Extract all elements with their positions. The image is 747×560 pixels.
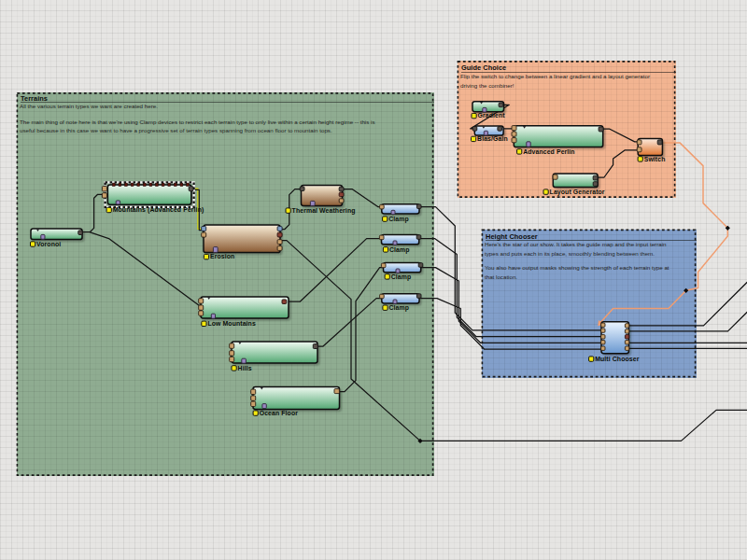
svg-text:Clamp: Clamp bbox=[388, 216, 409, 223]
svg-text:Voronoi: Voronoi bbox=[36, 241, 61, 247]
svg-text:Advanced Perlin: Advanced Perlin bbox=[523, 148, 575, 155]
svg-text:Clamp: Clamp bbox=[391, 273, 412, 281]
svg-text:Low Mountains: Low Mountains bbox=[207, 320, 256, 327]
svg-text:Mountains (Advanced Perlin): Mountains (Advanced Perlin) bbox=[113, 206, 204, 214]
svg-text:Layout Generator: Layout Generator bbox=[550, 189, 605, 196]
svg-text:Gradient: Gradient bbox=[478, 112, 506, 119]
svg-text:Erosion: Erosion bbox=[210, 253, 234, 259]
svg-text:Ocean Floor: Ocean Floor bbox=[260, 410, 299, 416]
svg-text:Thermal Weathering: Thermal Weathering bbox=[292, 207, 356, 215]
svg-text:Bias/Gain: Bias/Gain bbox=[477, 135, 508, 142]
svg-text:Hills: Hills bbox=[238, 365, 252, 371]
svg-text:Clamp: Clamp bbox=[389, 304, 410, 312]
svg-text:Clamp: Clamp bbox=[389, 246, 410, 254]
svg-text:Switch: Switch bbox=[644, 156, 666, 162]
svg-text:Multi Chooser: Multi Chooser bbox=[595, 356, 639, 362]
